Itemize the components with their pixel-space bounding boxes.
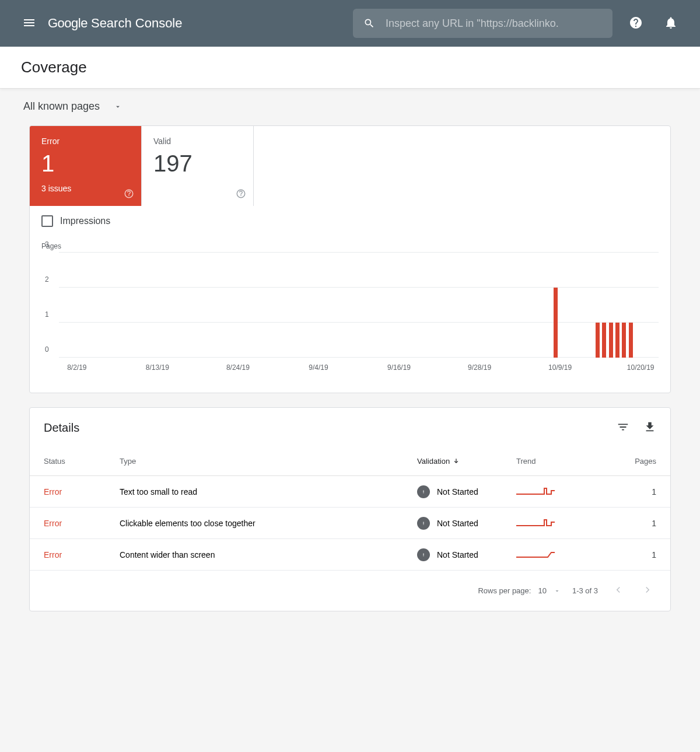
search-input[interactable] — [386, 18, 602, 30]
col-pages[interactable]: Pages — [610, 457, 656, 466]
coverage-card: Error 1 3 issues Valid 197 Impressions P… — [29, 125, 671, 393]
table-header: Status Type Validation Trend Pages — [30, 447, 670, 476]
table-row[interactable]: ErrorContent wider than screenNot Starte… — [30, 539, 670, 571]
pages-cell: 1 — [610, 487, 656, 496]
type-cell: Clickable elements too close together — [120, 519, 417, 528]
filter-label: All known pages — [23, 100, 100, 113]
logo-google: Google — [48, 16, 88, 31]
search-icon — [363, 17, 375, 30]
chart-bar — [554, 288, 558, 358]
chevron-down-icon — [114, 103, 122, 111]
rows-per-page[interactable]: Rows per page: 10 — [478, 586, 561, 595]
validation-cell: Not Started — [417, 517, 516, 530]
rpp-label: Rows per page: — [478, 586, 531, 595]
y-tick: 2 — [45, 275, 49, 284]
logo-search-console: Search Console — [91, 16, 183, 31]
bell-icon[interactable] — [659, 11, 682, 36]
x-tick: 8/13/19 — [146, 363, 169, 372]
type-cell: Text too small to read — [120, 487, 417, 496]
y-tick: 3 — [45, 240, 49, 249]
details-card: Details Status Type Validation Trend Pag… — [29, 407, 671, 611]
col-trend[interactable]: Trend — [516, 457, 610, 466]
col-status[interactable]: Status — [44, 457, 120, 466]
status-cell: Error — [44, 550, 120, 559]
prev-page-button[interactable] — [610, 581, 627, 600]
tab-valid-label: Valid — [153, 137, 242, 146]
chart-bar — [629, 323, 633, 358]
help-icon[interactable] — [624, 11, 648, 36]
impressions-label: Impressions — [60, 216, 110, 226]
page-title: Coverage — [21, 58, 679, 76]
tab-error-label: Error — [41, 137, 130, 146]
exclamation-icon — [417, 548, 430, 561]
x-tick: 9/28/19 — [468, 363, 491, 372]
tab-error-value: 1 — [41, 151, 130, 177]
exclamation-icon — [417, 485, 430, 498]
status-tabs: Error 1 3 issues Valid 197 — [30, 126, 670, 206]
rpp-value: 10 — [538, 586, 546, 595]
x-tick: 8/2/19 — [67, 363, 86, 372]
validation-cell: Not Started — [417, 485, 516, 498]
chart-bar — [602, 323, 606, 358]
chart-bar — [596, 323, 600, 358]
type-cell: Content wider than screen — [120, 550, 417, 559]
chart: Pages 01238/2/198/13/198/24/199/4/199/16… — [30, 236, 670, 393]
help-circle-icon[interactable] — [124, 188, 134, 199]
logo: Google Search Console — [48, 16, 183, 31]
y-tick: 1 — [45, 310, 49, 319]
details-title: Details — [44, 421, 79, 435]
col-validation[interactable]: Validation — [417, 457, 516, 466]
help-circle-icon[interactable] — [236, 188, 246, 199]
x-tick: 10/20/19 — [627, 363, 654, 372]
filter-dropdown[interactable]: All known pages — [23, 100, 122, 113]
tab-valid[interactable]: Valid 197 — [142, 126, 254, 206]
impressions-checkbox[interactable] — [41, 215, 53, 227]
chart-bar — [622, 323, 626, 358]
x-tick: 9/4/19 — [309, 363, 328, 372]
chevron-down-icon — [554, 587, 561, 594]
pages-cell: 1 — [610, 550, 656, 559]
impressions-toggle: Impressions — [30, 206, 670, 236]
trend-cell — [516, 548, 610, 561]
x-tick: 8/24/19 — [226, 363, 250, 372]
tab-valid-value: 197 — [153, 151, 242, 177]
trend-cell — [516, 485, 610, 498]
tab-error[interactable]: Error 1 3 issues — [30, 126, 142, 206]
next-page-button[interactable] — [639, 581, 656, 600]
arrow-down-icon — [452, 457, 460, 466]
col-type[interactable]: Type — [120, 457, 417, 466]
exclamation-icon — [417, 517, 430, 530]
search-box[interactable] — [353, 9, 612, 38]
chart-ylabel: Pages — [41, 242, 659, 250]
pages-cell: 1 — [610, 519, 656, 528]
page-title-bar: Coverage — [0, 47, 700, 89]
chart-bar — [609, 323, 613, 358]
table-footer: Rows per page: 10 1-3 of 3 — [30, 571, 670, 611]
x-tick: 9/16/19 — [387, 363, 411, 372]
x-tick: 10/9/19 — [548, 363, 572, 372]
status-cell: Error — [44, 519, 120, 528]
app-header: Google Search Console — [0, 0, 700, 47]
table-row[interactable]: ErrorClickable elements too close togeth… — [30, 508, 670, 539]
menu-icon[interactable] — [18, 11, 41, 36]
chart-bar — [615, 323, 620, 358]
status-cell: Error — [44, 487, 120, 496]
filter-bar: All known pages — [0, 89, 700, 125]
tab-error-sub: 3 issues — [41, 184, 130, 193]
trend-cell — [516, 516, 610, 530]
download-icon[interactable] — [643, 421, 656, 435]
pagination-range: 1-3 of 3 — [572, 586, 598, 595]
filter-icon[interactable] — [617, 421, 629, 435]
validation-cell: Not Started — [417, 548, 516, 561]
table-row[interactable]: ErrorText too small to readNot Started1 — [30, 476, 670, 508]
y-tick: 0 — [45, 345, 49, 354]
